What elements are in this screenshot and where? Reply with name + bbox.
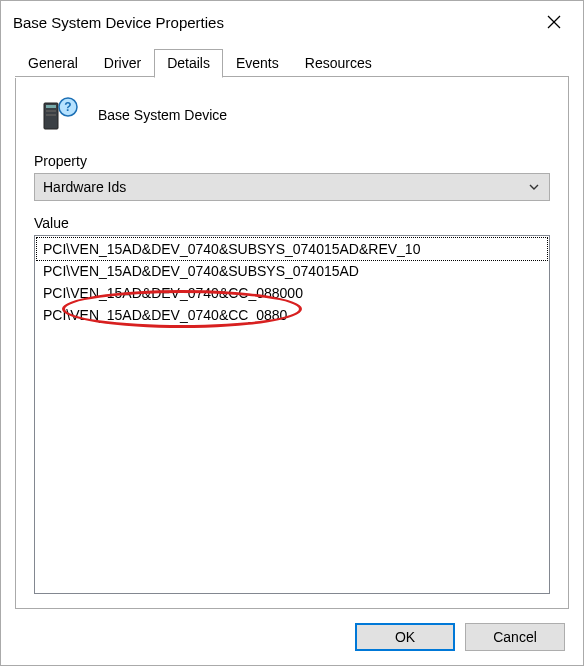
tab-underline — [15, 76, 569, 77]
chevron-down-icon — [523, 174, 545, 200]
tab-general[interactable]: General — [15, 49, 91, 78]
property-selected: Hardware Ids — [43, 179, 126, 195]
tab-events[interactable]: Events — [223, 49, 292, 78]
value-listbox[interactable]: PCI\VEN_15AD&DEV_0740&SUBSYS_074015AD&RE… — [34, 235, 550, 594]
ok-button[interactable]: OK — [355, 623, 455, 651]
tab-details[interactable]: Details — [154, 49, 223, 78]
tab-resources[interactable]: Resources — [292, 49, 385, 78]
device-header: ? Base System Device — [34, 95, 550, 135]
window-title: Base System Device Properties — [13, 14, 531, 31]
svg-rect-5 — [46, 114, 56, 116]
close-icon — [547, 15, 561, 29]
tab-strip: General Driver Details Events Resources — [1, 47, 583, 77]
tab-driver[interactable]: Driver — [91, 49, 154, 78]
cancel-button[interactable]: Cancel — [465, 623, 565, 651]
property-label: Property — [34, 153, 550, 169]
list-item[interactable]: PCI\VEN_15AD&DEV_0740&CC_0880 — [37, 304, 547, 326]
list-item[interactable]: PCI\VEN_15AD&DEV_0740&SUBSYS_074015AD&RE… — [37, 238, 547, 260]
list-item[interactable]: PCI\VEN_15AD&DEV_0740&SUBSYS_074015AD — [37, 260, 547, 282]
device-properties-dialog: Base System Device Properties General Dr… — [0, 0, 584, 666]
svg-text:?: ? — [64, 100, 71, 114]
close-button[interactable] — [531, 6, 577, 38]
value-label: Value — [34, 215, 550, 231]
pc-help-icon: ? — [40, 95, 80, 135]
list-item[interactable]: PCI\VEN_15AD&DEV_0740&CC_088000 — [37, 282, 547, 304]
titlebar: Base System Device Properties — [1, 1, 583, 43]
tab-content-details: ? Base System Device Property Hardware I… — [15, 77, 569, 609]
property-dropdown[interactable]: Hardware Ids — [34, 173, 550, 201]
svg-rect-4 — [46, 110, 56, 112]
device-name: Base System Device — [98, 107, 227, 123]
svg-rect-3 — [46, 105, 56, 108]
dialog-button-row: OK Cancel — [1, 609, 583, 665]
